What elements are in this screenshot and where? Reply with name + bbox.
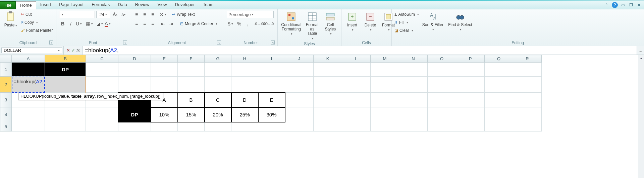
cell-K2[interactable] — [314, 77, 342, 93]
row-header-3[interactable]: 3 — [0, 93, 12, 107]
cell-styles-button[interactable]: Cell Styles — [322, 11, 338, 36]
align-center-button[interactable]: ≡ — [141, 20, 148, 27]
cell-G4[interactable]: 20% — [205, 107, 231, 122]
tab-developer[interactable]: Developer — [171, 1, 199, 9]
column-header-G[interactable]: G — [205, 55, 231, 63]
help-icon[interactable]: ? — [612, 2, 618, 8]
column-header-N[interactable]: N — [399, 55, 428, 63]
clipboard-launcher[interactable]: ↘ — [49, 40, 53, 44]
accept-formula-icon[interactable]: ✓ — [71, 48, 75, 53]
cell-R1[interactable] — [513, 63, 542, 77]
cell-P1[interactable] — [456, 63, 485, 77]
cell-G5[interactable] — [205, 122, 231, 131]
window-restore-icon[interactable]: ❐ — [628, 2, 634, 8]
cell-R3[interactable] — [513, 93, 542, 107]
column-header-O[interactable]: O — [428, 55, 456, 63]
font-size-combo[interactable]: 24 — [96, 11, 110, 18]
font-color-button[interactable]: A — [104, 20, 111, 27]
cell-F1[interactable] — [178, 63, 205, 77]
number-format-combo[interactable]: Percentage — [227, 11, 274, 18]
fill-button[interactable]: ⬇Fill — [394, 19, 419, 26]
format-as-table-button[interactable]: Format as Table — [304, 11, 320, 41]
column-header-C[interactable]: C — [86, 55, 118, 63]
cell-P5[interactable] — [456, 122, 485, 131]
vertical-scrollbar[interactable]: ▲ — [638, 55, 644, 178]
cell-B5[interactable] — [45, 122, 86, 131]
tab-home[interactable]: Home — [16, 1, 36, 9]
column-header-K[interactable]: K — [314, 55, 342, 63]
column-header-D[interactable]: D — [118, 55, 151, 63]
cell-M3[interactable] — [371, 93, 399, 107]
cell-E5[interactable] — [151, 122, 178, 131]
cell-D1[interactable] — [118, 63, 151, 77]
underline-button[interactable]: U — [75, 20, 83, 27]
cell-N3[interactable] — [399, 93, 428, 107]
cell-N1[interactable] — [399, 63, 428, 77]
cell-H5[interactable] — [231, 122, 258, 131]
tab-insert[interactable]: Insert — [36, 1, 55, 9]
bold-button[interactable]: B — [59, 20, 66, 27]
cell-Q3[interactable] — [485, 93, 513, 107]
paste-button[interactable]: Paste — [3, 11, 19, 28]
cell-C2[interactable] — [86, 77, 118, 93]
formula-bar[interactable]: =hlookup(A2, — [83, 46, 637, 55]
cell-N5[interactable] — [399, 122, 428, 131]
cell-O1[interactable] — [428, 63, 456, 77]
cell-L5[interactable] — [342, 122, 371, 131]
cell-J5[interactable] — [285, 122, 314, 131]
indent-increase-button[interactable]: ⇥ — [167, 20, 175, 27]
cell-A5[interactable] — [12, 122, 45, 131]
column-header-L[interactable]: L — [342, 55, 371, 63]
grow-font-icon[interactable]: A▴ — [111, 11, 118, 18]
cell-D2[interactable] — [118, 77, 151, 93]
cell-G3[interactable]: C — [205, 93, 231, 107]
shrink-font-icon[interactable]: A▾ — [120, 11, 127, 18]
comma-button[interactable]: , — [244, 20, 252, 27]
cell-J1[interactable] — [285, 63, 314, 77]
cell-A2[interactable]: =hlookup(A2, — [12, 77, 45, 93]
cell-Q1[interactable] — [485, 63, 513, 77]
cell-F2[interactable] — [178, 77, 205, 93]
align-right-button[interactable]: ≡ — [149, 20, 156, 27]
column-header-A[interactable]: A — [12, 55, 45, 63]
cell-D5[interactable] — [118, 122, 151, 131]
cell-M4[interactable] — [371, 107, 399, 122]
cell-O3[interactable] — [428, 93, 456, 107]
cell-G2[interactable] — [205, 77, 231, 93]
clear-button[interactable]: ◪Clear — [394, 27, 419, 34]
copy-button[interactable]: ⎘ Copy — [21, 19, 53, 26]
find-select-button[interactable]: Find & Select — [447, 11, 473, 32]
cell-I4[interactable]: 30% — [258, 107, 285, 122]
alignment-launcher[interactable]: ↘ — [217, 40, 221, 44]
fx-icon[interactable]: fx — [76, 48, 80, 53]
align-top-button[interactable]: ≡ — [133, 11, 140, 18]
cell-C4[interactable] — [86, 107, 118, 122]
cell-K5[interactable] — [314, 122, 342, 131]
cell-N2[interactable] — [399, 77, 428, 93]
format-painter-button[interactable]: 🖌 Format Painter — [21, 27, 53, 34]
row-header-2[interactable]: 2 — [0, 77, 12, 93]
cell-O4[interactable] — [428, 107, 456, 122]
cell-I2[interactable] — [258, 77, 285, 93]
cell-B4[interactable] — [45, 107, 86, 122]
tab-team[interactable]: Team — [199, 1, 218, 9]
cell-I5[interactable] — [258, 122, 285, 131]
italic-button[interactable]: I — [67, 20, 74, 27]
cell-Q4[interactable] — [485, 107, 513, 122]
cell-O2[interactable] — [428, 77, 456, 93]
cell-K4[interactable] — [314, 107, 342, 122]
cell-P2[interactable] — [456, 77, 485, 93]
font-family-combo[interactable] — [59, 11, 95, 18]
conditional-formatting-button[interactable]: Conditional Formatting — [280, 11, 302, 36]
align-middle-button[interactable]: ≡ — [141, 11, 148, 18]
fill-color-button[interactable]: ◢ — [96, 20, 103, 27]
cell-N4[interactable] — [399, 107, 428, 122]
cell-A4[interactable] — [12, 107, 45, 122]
tab-review[interactable]: Review — [131, 1, 154, 9]
cancel-formula-icon[interactable]: ✕ — [66, 48, 70, 53]
cell-L4[interactable] — [342, 107, 371, 122]
cell-J2[interactable] — [285, 77, 314, 93]
tab-formulas[interactable]: Formulas — [88, 1, 114, 9]
cell-R2[interactable] — [513, 77, 542, 93]
select-all-corner[interactable] — [0, 55, 12, 63]
